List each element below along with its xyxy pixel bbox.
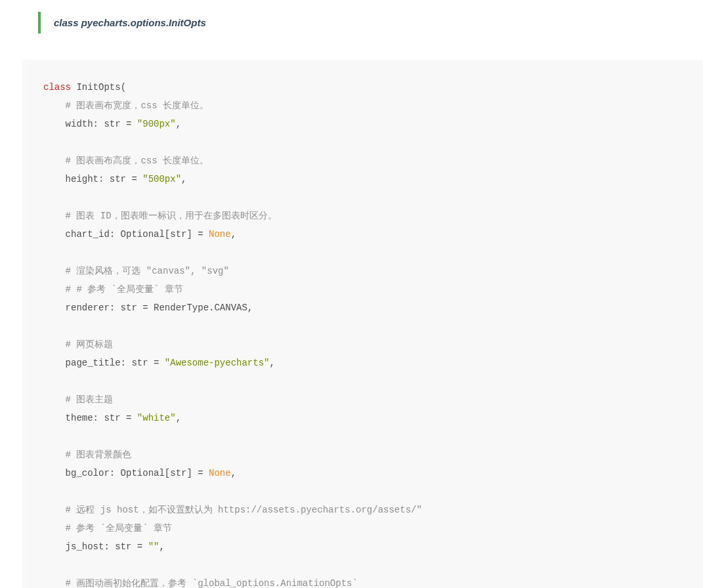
comment-width: # 图表画布宽度，css 长度单位。 — [66, 100, 209, 111]
field-renderer: renderer: str = RenderType.CANVAS, — [66, 303, 253, 313]
code-block: class InitOpts( # 图表画布宽度，css 长度单位。 width… — [22, 60, 703, 588]
comment-js-host-2: # 参考 `全局变量` 章节 — [66, 523, 172, 534]
field-width: width: str = — [66, 119, 137, 129]
comment-theme: # 图表主题 — [66, 394, 114, 405]
comment-bg-color: # 图表背景颜色 — [66, 450, 132, 460]
field-theme: theme: str = — [66, 413, 137, 423]
string-page-title: "Awesome-pyecharts" — [165, 358, 270, 368]
comment-renderer-2: # # 参考 `全局变量` 章节 — [66, 284, 183, 295]
comment-chart-id: # 图表 ID，图表唯一标识，用于在多图表时区分。 — [66, 211, 277, 221]
comment-page-title: # 网页标题 — [66, 339, 114, 350]
field-js-host: js_host: str = — [66, 541, 148, 552]
none-chart-id: None — [209, 229, 231, 240]
string-height: "500px" — [142, 174, 181, 184]
string-width: "900px" — [137, 119, 176, 129]
comment-height: # 图表画布高度，css 长度单位。 — [66, 156, 209, 166]
field-height: height: str = — [66, 174, 143, 184]
keyword-class: class — [43, 82, 71, 93]
string-theme: "white" — [137, 413, 176, 423]
string-js-host: "" — [148, 541, 160, 552]
field-page-title: page_title: str = — [66, 358, 165, 368]
none-bg-color: None — [209, 468, 231, 478]
comment-renderer-1: # 渲染风格，可选 "canvas", "svg" — [66, 266, 229, 276]
field-bg-color: bg_color: Optional[str] = — [66, 468, 209, 478]
class-title: class pyecharts.options.InitOpts — [54, 17, 703, 28]
class-name: InitOpts( — [71, 82, 126, 93]
comment-js-host-1: # 远程 js host，如不设置默认为 https://assets.pyec… — [66, 505, 422, 515]
comment-animation: # 画图动画初始化配置，参考 `global_options.Animation… — [66, 578, 358, 588]
field-chart-id: chart_id: Optional[str] = — [66, 229, 209, 240]
class-title-block: class pyecharts.options.InitOpts — [38, 12, 703, 33]
